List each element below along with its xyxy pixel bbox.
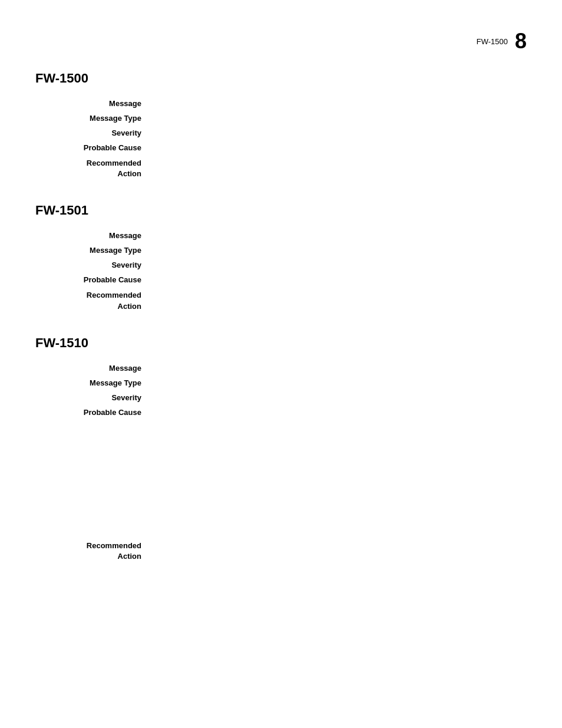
label-message-type-1500: Message Type — [35, 113, 153, 123]
label-recommended-action-1510: RecommendedAction — [35, 539, 153, 562]
value-severity-1500 — [153, 127, 527, 129]
header-section-code: FW-1500 — [477, 37, 508, 46]
value-severity-1510 — [153, 392, 527, 393]
field-row-severity-1510: Severity — [35, 392, 527, 402]
field-row-message-1500: Message — [35, 98, 527, 108]
value-recommended-action-1501 — [153, 289, 527, 290]
section-title-fw-1500: FW-1500 — [35, 71, 527, 86]
field-row-severity-1500: Severity — [35, 127, 527, 137]
label-severity-1510: Severity — [35, 392, 153, 402]
label-message-type-1501: Message Type — [35, 245, 153, 255]
value-message-type-1500 — [153, 113, 527, 114]
field-row-recommended-action-1501: RecommendedAction — [35, 289, 527, 311]
section-fw-1501: FW-1501 Message Message Type Severity Pr… — [35, 203, 527, 311]
label-recommended-action-1501: RecommendedAction — [35, 289, 153, 311]
field-row-probable-cause-1500: Probable Cause — [35, 142, 527, 152]
value-message-type-1501 — [153, 245, 527, 246]
content-gap-1510 — [35, 421, 527, 539]
value-recommended-action-1500 — [153, 157, 527, 158]
value-recommended-action-1510 — [153, 539, 527, 541]
value-message-1510 — [153, 363, 527, 364]
label-probable-cause-1501: Probable Cause — [35, 274, 153, 284]
section-fw-1500: FW-1500 Message Message Type Severity Pr… — [35, 71, 527, 179]
label-message-1500: Message — [35, 98, 153, 108]
field-row-message-1501: Message — [35, 230, 527, 240]
field-row-message-type-1510: Message Type — [35, 377, 527, 387]
label-message-1510: Message — [35, 363, 153, 373]
field-row-message-1510: Message — [35, 363, 527, 373]
label-message-type-1510: Message Type — [35, 377, 153, 387]
field-row-recommended-action-1510: RecommendedAction — [35, 539, 527, 562]
value-message-1501 — [153, 230, 527, 231]
value-probable-cause-1500 — [153, 142, 527, 143]
page-header: FW-1500 8 — [477, 31, 527, 52]
value-message-1500 — [153, 98, 527, 99]
page-number: 8 — [515, 31, 527, 52]
label-message-1501: Message — [35, 230, 153, 240]
field-row-probable-cause-1510: Probable Cause — [35, 407, 527, 417]
label-probable-cause-1510: Probable Cause — [35, 407, 153, 417]
field-row-message-type-1501: Message Type — [35, 245, 527, 255]
field-row-recommended-action-1500: RecommendedAction — [35, 157, 527, 179]
value-probable-cause-1510 — [153, 407, 527, 408]
section-fw-1510: FW-1510 Message Message Type Severity Pr… — [35, 335, 527, 562]
section-title-fw-1510: FW-1510 — [35, 335, 527, 351]
field-row-message-type-1500: Message Type — [35, 113, 527, 123]
value-severity-1501 — [153, 259, 527, 261]
label-recommended-action-1500: RecommendedAction — [35, 157, 153, 179]
section-title-fw-1501: FW-1501 — [35, 203, 527, 218]
label-severity-1501: Severity — [35, 259, 153, 269]
field-row-severity-1501: Severity — [35, 259, 527, 269]
value-message-type-1510 — [153, 377, 527, 378]
value-probable-cause-1501 — [153, 274, 527, 275]
label-severity-1500: Severity — [35, 127, 153, 137]
field-row-probable-cause-1501: Probable Cause — [35, 274, 527, 284]
main-content: FW-1500 Message Message Type Severity Pr… — [0, 0, 562, 562]
label-probable-cause-1500: Probable Cause — [35, 142, 153, 152]
